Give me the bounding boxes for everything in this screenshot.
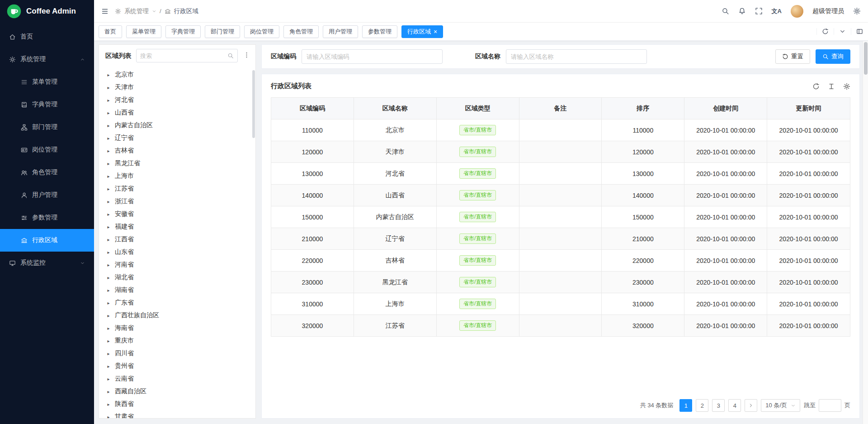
settings-icon[interactable] bbox=[843, 83, 850, 90]
search-icon[interactable] bbox=[227, 52, 234, 59]
caret-right-icon[interactable]: ▸ bbox=[106, 326, 111, 331]
caret-right-icon[interactable]: ▸ bbox=[106, 288, 111, 293]
chevron-down-icon[interactable] bbox=[152, 9, 156, 14]
view-tab[interactable]: 首页 × bbox=[99, 25, 122, 38]
table-row[interactable]: 220000 吉林省 省市/直辖市 220000 2020-10-01 00:0… bbox=[271, 250, 850, 272]
view-tab[interactable]: 岗位管理 × bbox=[244, 25, 279, 38]
region-search-input[interactable] bbox=[140, 52, 227, 59]
caret-right-icon[interactable]: ▸ bbox=[106, 351, 111, 356]
caret-right-icon[interactable]: ▸ bbox=[106, 161, 111, 166]
sidebar-group-system[interactable]: 系统管理 bbox=[0, 48, 94, 71]
sidebar-subitem[interactable]: 角色管理 bbox=[0, 161, 94, 184]
caret-right-icon[interactable]: ▸ bbox=[106, 174, 111, 179]
tree-item[interactable]: ▸ 四川省 bbox=[99, 347, 255, 360]
tree-item[interactable]: ▸ 山东省 bbox=[99, 246, 255, 258]
chevron-down-icon[interactable] bbox=[834, 28, 851, 35]
bell-icon[interactable] bbox=[738, 7, 746, 15]
view-tab[interactable]: 部门管理 × bbox=[205, 25, 240, 38]
caret-right-icon[interactable]: ▸ bbox=[106, 364, 111, 369]
tree-item[interactable]: ▸ 贵州省 bbox=[99, 360, 255, 372]
tree-item[interactable]: ▸ 湖北省 bbox=[99, 271, 255, 284]
tree-scrollbar-thumb[interactable] bbox=[252, 70, 255, 138]
table-row[interactable]: 310000 上海市 省市/直辖市 310000 2020-10-01 00:0… bbox=[271, 293, 850, 315]
tree-item[interactable]: ▸ 海南省 bbox=[99, 322, 255, 334]
app-logo[interactable]: Coffee Admin bbox=[0, 0, 94, 23]
caret-right-icon[interactable]: ▸ bbox=[106, 376, 111, 381]
tree-item[interactable]: ▸ 黑龙江省 bbox=[99, 157, 255, 170]
view-tab[interactable]: 用户管理 × bbox=[323, 25, 358, 38]
page-button[interactable]: 4 bbox=[728, 399, 741, 412]
caret-right-icon[interactable]: ▸ bbox=[106, 72, 111, 77]
caret-right-icon[interactable]: ▸ bbox=[106, 414, 111, 419]
tree-item[interactable]: ▸ 河南省 bbox=[99, 258, 255, 271]
tree-item[interactable]: ▸ 陕西省 bbox=[99, 398, 255, 410]
username[interactable]: 超级管理员 bbox=[812, 7, 844, 15]
table-row[interactable]: 120000 天津市 省市/直辖市 120000 2020-10-01 00:0… bbox=[271, 141, 850, 163]
page-button[interactable]: 1 bbox=[679, 399, 692, 412]
tree-item[interactable]: ▸ 浙江省 bbox=[99, 195, 255, 208]
view-tab[interactable]: 角色管理 × bbox=[283, 25, 319, 38]
caret-right-icon[interactable]: ▸ bbox=[106, 212, 111, 217]
tree-item[interactable]: ▸ 江西省 bbox=[99, 233, 255, 246]
settings-gear-icon[interactable] bbox=[853, 7, 861, 15]
tree-item[interactable]: ▸ 广东省 bbox=[99, 296, 255, 309]
caret-right-icon[interactable]: ▸ bbox=[106, 389, 111, 394]
region-name-input[interactable] bbox=[506, 49, 647, 64]
sidebar-subitem[interactable]: 岗位管理 bbox=[0, 138, 94, 161]
tree-item[interactable]: ▸ 河北省 bbox=[99, 94, 255, 106]
layout-icon[interactable] bbox=[851, 28, 868, 35]
search-button[interactable]: 查询 bbox=[816, 49, 850, 64]
table-row[interactable]: 110000 北京市 省市/直辖市 110000 2020-10-01 00:0… bbox=[271, 119, 850, 141]
page-scrollbar-thumb[interactable] bbox=[864, 42, 868, 75]
refresh-icon[interactable] bbox=[816, 28, 834, 35]
sidebar-item-home[interactable]: 首页 bbox=[0, 25, 94, 48]
tree-item[interactable]: ▸ 江苏省 bbox=[99, 182, 255, 195]
sidebar-subitem[interactable]: 菜单管理 bbox=[0, 71, 94, 93]
tree-item[interactable]: ▸ 山西省 bbox=[99, 106, 255, 119]
tree-item[interactable]: ▸ 重庆市 bbox=[99, 334, 255, 347]
search-icon[interactable] bbox=[722, 7, 729, 15]
caret-right-icon[interactable]: ▸ bbox=[106, 123, 111, 128]
caret-right-icon[interactable]: ▸ bbox=[106, 186, 111, 191]
caret-right-icon[interactable]: ▸ bbox=[106, 313, 111, 318]
sidebar-subitem[interactable]: 部门管理 bbox=[0, 116, 94, 138]
page-button[interactable]: 3 bbox=[712, 399, 725, 412]
caret-right-icon[interactable]: ▸ bbox=[106, 237, 111, 242]
sidebar-subitem[interactable]: 行政区域 bbox=[0, 229, 94, 252]
sidebar-subitem[interactable]: 参数管理 bbox=[0, 206, 94, 229]
density-icon[interactable] bbox=[828, 83, 835, 90]
tree-item[interactable]: ▸ 上海市 bbox=[99, 170, 255, 182]
tree-item[interactable]: ▸ 甘肃省 bbox=[99, 410, 255, 418]
sidebar-subitem[interactable]: 字典管理 bbox=[0, 93, 94, 116]
tree-item[interactable]: ▸ 西藏自治区 bbox=[99, 385, 255, 398]
view-tab[interactable]: 菜单管理 × bbox=[126, 25, 161, 38]
reset-button[interactable]: 重置 bbox=[775, 49, 810, 64]
tree-item[interactable]: ▸ 北京市 bbox=[99, 68, 255, 81]
tree-item[interactable]: ▸ 内蒙古自治区 bbox=[99, 119, 255, 132]
caret-right-icon[interactable]: ▸ bbox=[106, 199, 111, 204]
breadcrumb-section[interactable]: 系统管理 bbox=[124, 7, 149, 15]
caret-right-icon[interactable]: ▸ bbox=[106, 262, 111, 267]
sidebar-subitem[interactable]: 用户管理 bbox=[0, 184, 94, 206]
page-scrollbar[interactable] bbox=[863, 41, 868, 424]
tab-close-icon[interactable]: × bbox=[434, 29, 437, 35]
tree-item[interactable]: ▸ 湖南省 bbox=[99, 284, 255, 296]
tree-item[interactable]: ▸ 辽宁省 bbox=[99, 132, 255, 144]
tree-item[interactable]: ▸ 广西壮族自治区 bbox=[99, 309, 255, 322]
caret-right-icon[interactable]: ▸ bbox=[106, 275, 111, 280]
next-page-button[interactable] bbox=[745, 399, 757, 412]
page-size-select[interactable]: 10 条/页 bbox=[761, 399, 800, 412]
caret-right-icon[interactable]: ▸ bbox=[106, 224, 111, 229]
tree-item[interactable]: ▸ 福建省 bbox=[99, 220, 255, 233]
table-row[interactable]: 130000 河北省 省市/直辖市 130000 2020-10-01 00:0… bbox=[271, 163, 850, 185]
refresh-icon[interactable] bbox=[812, 83, 820, 90]
view-tab[interactable]: 行政区域 × bbox=[401, 25, 443, 38]
caret-right-icon[interactable]: ▸ bbox=[106, 110, 111, 115]
caret-right-icon[interactable]: ▸ bbox=[106, 98, 111, 103]
fullscreen-icon[interactable] bbox=[755, 7, 763, 15]
table-row[interactable]: 140000 山西省 省市/直辖市 140000 2020-10-01 00:0… bbox=[271, 185, 850, 206]
caret-right-icon[interactable]: ▸ bbox=[106, 300, 111, 305]
avatar[interactable] bbox=[791, 5, 803, 18]
sidebar-group-monitor[interactable]: 系统监控 bbox=[0, 252, 94, 274]
tree-item[interactable]: ▸ 云南省 bbox=[99, 372, 255, 385]
